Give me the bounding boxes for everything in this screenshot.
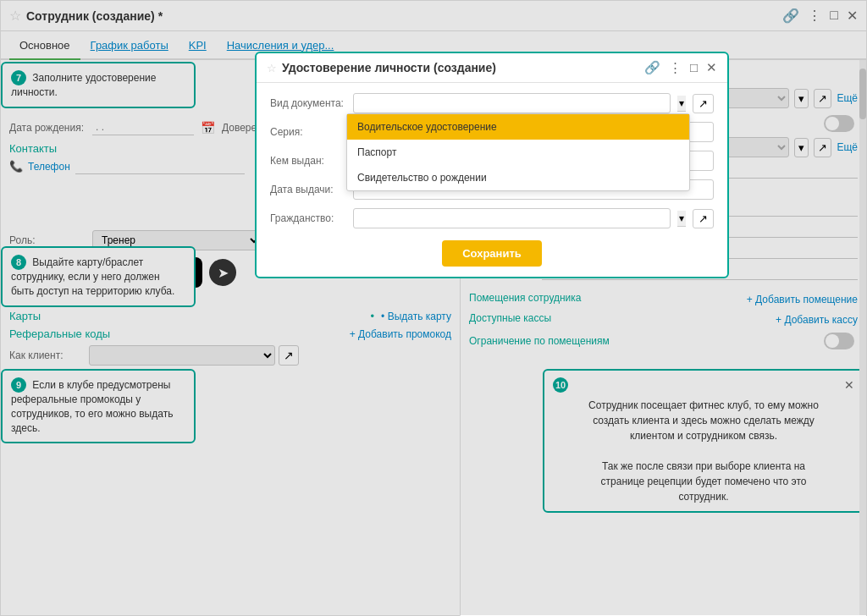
doc-type-dropdown-btn[interactable]: ▾ bbox=[677, 96, 686, 112]
citizenship-input[interactable] bbox=[353, 208, 671, 228]
modal-title-bar: ☆ Удостоверение личности (создание) 🔗 ⋮ … bbox=[257, 53, 727, 83]
save-area: Сохранить bbox=[270, 240, 714, 267]
modal-more-icon[interactable]: ⋮ bbox=[669, 60, 682, 75]
identity-modal: ☆ Удостоверение личности (создание) 🔗 ⋮ … bbox=[255, 52, 729, 278]
citizenship-label: Гражданство: bbox=[270, 212, 346, 224]
modal-controls: 🔗 ⋮ □ ✕ bbox=[644, 60, 717, 75]
modal-maximize-icon[interactable]: □ bbox=[690, 60, 698, 75]
doc-type-open-btn[interactable]: ↗ bbox=[693, 94, 714, 113]
series-label: Серия: bbox=[270, 126, 346, 138]
dropdown-item-0[interactable]: Водительское удостоверение bbox=[347, 114, 689, 140]
dropdown-item-1[interactable]: Паспорт bbox=[347, 140, 689, 165]
modal-favorite-icon[interactable]: ☆ bbox=[267, 62, 277, 74]
modal-close-icon[interactable]: ✕ bbox=[706, 60, 717, 75]
dropdown-item-2[interactable]: Свидетельство о рождении bbox=[347, 165, 689, 190]
doc-type-dropdown-list: Водительское удостоверение Паспорт Свиде… bbox=[346, 113, 690, 191]
save-button[interactable]: Сохранить bbox=[442, 240, 542, 267]
modal-body: Вид документа: ▾ ↗ Водительское удостове… bbox=[257, 83, 727, 277]
issue-date-label: Дата выдачи: bbox=[270, 184, 346, 195]
modal-link-icon[interactable]: 🔗 bbox=[644, 60, 660, 75]
modal-title: Удостоверение личности (создание) bbox=[282, 61, 644, 74]
citizenship-open-btn[interactable]: ↗ bbox=[693, 209, 714, 228]
doc-type-label: Вид документа: bbox=[270, 97, 346, 109]
citizenship-dropdown-btn[interactable]: ▾ bbox=[677, 211, 686, 227]
main-window: ☆ Сотрудник (создание) * 🔗 ⋮ □ ✕ Основно… bbox=[0, 0, 867, 616]
citizenship-row: Гражданство: ▾ ↗ bbox=[270, 208, 714, 228]
doc-type-row: Вид документа: ▾ ↗ Водительское удостове… bbox=[270, 93, 714, 113]
issued-by-label: Кем выдан: bbox=[270, 155, 346, 167]
doc-type-input[interactable] bbox=[353, 93, 671, 113]
